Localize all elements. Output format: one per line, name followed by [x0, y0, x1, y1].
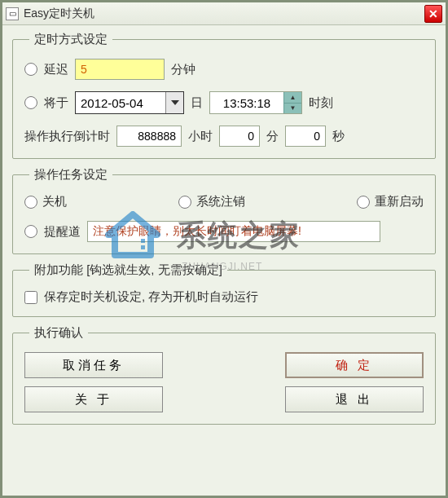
delay-label: 延迟: [44, 62, 68, 77]
group-timing-legend: 定时方式设定: [29, 32, 112, 47]
reminder-radio[interactable]: [24, 225, 37, 238]
reminder-row: 提醒道: [24, 221, 424, 242]
countdown-seconds-input[interactable]: [285, 126, 326, 147]
task-options-row: 关机 系统注销 重新启动: [24, 194, 424, 209]
date-input[interactable]: [76, 92, 165, 113]
countdown-label: 操作执行倒计时: [24, 129, 110, 144]
countdown-row: 操作执行倒计时 小时 分 秒: [24, 126, 424, 147]
delay-radio[interactable]: [24, 63, 37, 76]
group-confirm-legend: 执行确认: [29, 325, 88, 341]
countdown-h-unit: 小时: [188, 129, 213, 144]
time-picker[interactable]: ▲ ▼: [209, 91, 302, 114]
window-title: Easy定时关机: [24, 7, 94, 21]
restart-label: 重新启动: [375, 194, 424, 209]
delay-unit: 分钟: [171, 62, 195, 77]
shutdown-label: 关机: [42, 194, 67, 209]
cancel-task-button[interactable]: 取消任务: [24, 352, 163, 378]
exit-button[interactable]: 退 出: [285, 386, 424, 412]
logoff-radio[interactable]: [178, 196, 191, 209]
time-spinner: ▲ ▼: [283, 92, 301, 113]
time-unit: 时刻: [309, 95, 333, 111]
countdown-hours-input[interactable]: [116, 126, 182, 147]
delay-row: 延迟 分钟: [24, 59, 424, 80]
countdown-minutes-input[interactable]: [219, 126, 260, 147]
at-label: 将于: [44, 95, 68, 111]
restart-radio[interactable]: [357, 196, 370, 209]
group-confirm: 执行确认 取消任务 确 定 关 于 退 出: [12, 325, 436, 425]
group-timing: 定时方式设定 延迟 分钟 将于 日: [12, 32, 436, 159]
titlebar: ▭ Easy定时关机 ✕: [2, 2, 446, 25]
logoff-label: 系统注销: [196, 194, 245, 209]
at-row: 将于 日 ▲ ▼ 时刻: [24, 91, 424, 114]
date-picker[interactable]: [75, 91, 184, 114]
time-input[interactable]: [210, 92, 283, 113]
button-row-2: 关 于 退 出: [24, 386, 424, 412]
group-addon: 附加功能 [钩选就生效, 无需按确定] 保存定时关机设定, 存为开机时自动运行: [12, 262, 436, 317]
reminder-label: 提醒道: [44, 224, 81, 240]
client-area: 定时方式设定 延迟 分钟 将于 日: [2, 25, 446, 439]
app-window: ▭ Easy定时关机 ✕ 定时方式设定 延迟 分钟 将于: [0, 0, 448, 498]
close-button[interactable]: ✕: [424, 5, 442, 23]
reminder-input[interactable]: [87, 221, 380, 242]
date-dropdown-button[interactable]: [165, 92, 183, 113]
ok-button[interactable]: 确 定: [285, 352, 424, 378]
spin-up-button[interactable]: ▲: [283, 92, 301, 104]
save-row: 保存定时关机设定, 存为开机时自动运行: [24, 289, 424, 305]
group-task: 操作任务设定 关机 系统注销 重新启动 提醒道: [12, 167, 436, 254]
group-task-legend: 操作任务设定: [29, 167, 112, 183]
spin-down-button[interactable]: ▼: [283, 104, 301, 114]
group-addon-legend: 附加功能 [钩选就生效, 无需按确定]: [29, 262, 227, 278]
save-checkbox[interactable]: [24, 291, 37, 304]
delay-input[interactable]: [75, 59, 165, 80]
svg-marker-0: [171, 100, 179, 105]
button-row-1: 取消任务 确 定: [24, 352, 424, 378]
chevron-down-icon: [171, 100, 179, 105]
about-button[interactable]: 关 于: [24, 386, 163, 412]
at-radio[interactable]: [24, 96, 37, 109]
countdown-s-unit: 秒: [332, 129, 345, 144]
app-icon: ▭: [6, 7, 19, 20]
shutdown-radio[interactable]: [24, 196, 37, 209]
save-label: 保存定时关机设定, 存为开机时自动运行: [44, 289, 258, 305]
countdown-m-unit: 分: [266, 129, 279, 144]
date-unit: 日: [191, 95, 203, 111]
